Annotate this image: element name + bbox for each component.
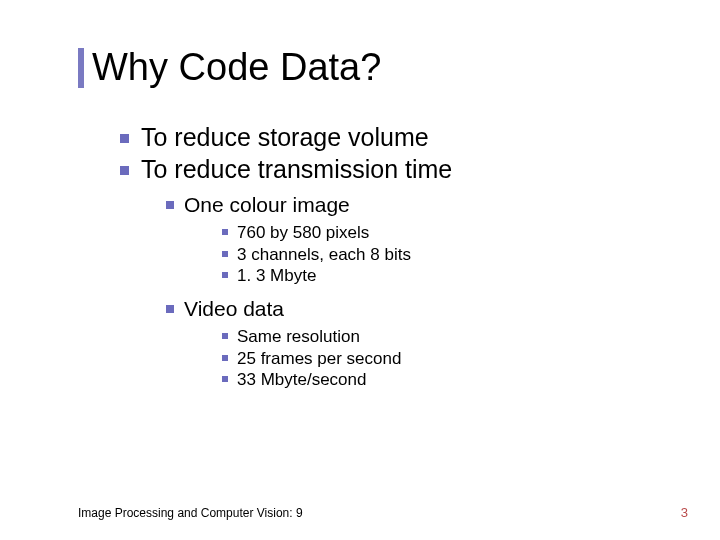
square-bullet-icon <box>166 201 174 209</box>
page-number: 3 <box>681 505 688 520</box>
list-item: 25 frames per second <box>222 348 680 369</box>
bullet-text: 760 by 580 pixels <box>237 222 369 243</box>
list-item: To reduce storage volume <box>120 122 680 152</box>
square-bullet-icon <box>222 333 228 339</box>
list-item: To reduce transmission time <box>120 154 680 184</box>
slide-body: To reduce storage volume To reduce trans… <box>120 122 680 396</box>
bullet-text: To reduce storage volume <box>141 122 429 152</box>
list-item: 1. 3 Mbyte <box>222 265 680 286</box>
list-item: Video data Same resolution 25 frames per… <box>166 296 680 390</box>
square-bullet-icon <box>120 166 129 175</box>
list-level-2: One colour image 760 by 580 pixels 3 cha… <box>120 192 680 390</box>
bullet-text: One colour image <box>184 192 350 218</box>
bullet-text: 33 Mbyte/second <box>237 369 366 390</box>
list-item-row: One colour image <box>166 192 680 218</box>
list-item: 33 Mbyte/second <box>222 369 680 390</box>
square-bullet-icon <box>166 305 174 313</box>
list-item-row: Video data <box>166 296 680 322</box>
list-level-3: Same resolution 25 frames per second 33 … <box>166 326 680 390</box>
list-item: 760 by 580 pixels <box>222 222 680 243</box>
title-block: Why Code Data? <box>78 48 381 88</box>
square-bullet-icon <box>222 355 228 361</box>
list-item: 3 channels, each 8 bits <box>222 244 680 265</box>
accent-bar <box>78 48 84 88</box>
list-item: One colour image 760 by 580 pixels 3 cha… <box>166 192 680 286</box>
square-bullet-icon <box>222 229 228 235</box>
square-bullet-icon <box>222 376 228 382</box>
bullet-text: To reduce transmission time <box>141 154 452 184</box>
bullet-text: 25 frames per second <box>237 348 401 369</box>
bullet-text: 1. 3 Mbyte <box>237 265 316 286</box>
square-bullet-icon <box>120 134 129 143</box>
list-item: Same resolution <box>222 326 680 347</box>
list-level-1: To reduce storage volume To reduce trans… <box>120 122 680 184</box>
square-bullet-icon <box>222 272 228 278</box>
bullet-text: Video data <box>184 296 284 322</box>
square-bullet-icon <box>222 251 228 257</box>
bullet-text: Same resolution <box>237 326 360 347</box>
slide-title: Why Code Data? <box>92 48 381 88</box>
footer-text: Image Processing and Computer Vision: 9 <box>78 506 303 520</box>
slide: Why Code Data? To reduce storage volume … <box>0 0 720 540</box>
list-level-3: 760 by 580 pixels 3 channels, each 8 bit… <box>166 222 680 286</box>
bullet-text: 3 channels, each 8 bits <box>237 244 411 265</box>
